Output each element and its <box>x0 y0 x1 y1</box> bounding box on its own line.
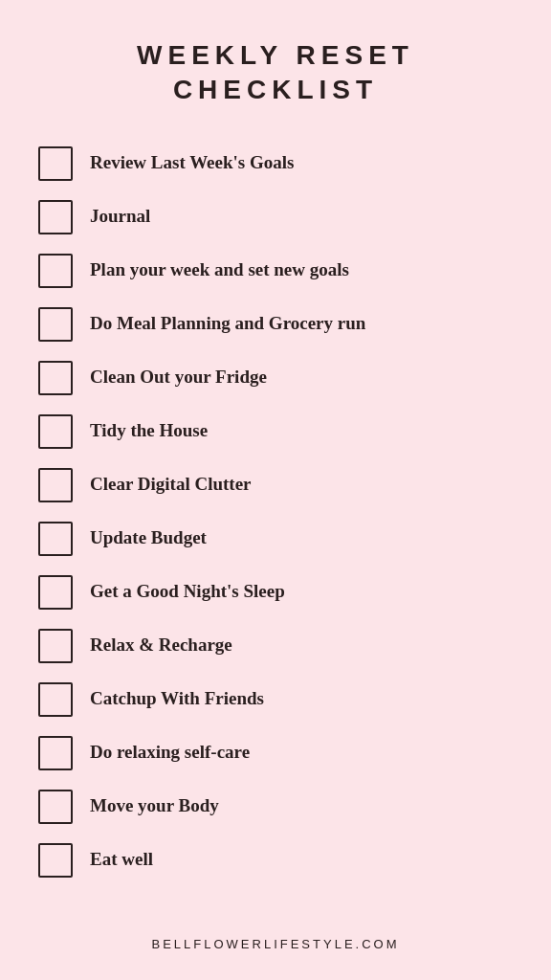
item-label-13: Move your Body <box>90 794 219 818</box>
checklist-item: Catchup With Friends <box>29 673 522 726</box>
checklist-item: Update Budget <box>29 512 522 566</box>
item-label-14: Eat well <box>90 848 153 872</box>
checkbox-12[interactable] <box>38 736 73 770</box>
checkbox-1[interactable] <box>38 146 73 181</box>
checklist-item: Clean Out your Fridge <box>29 351 522 405</box>
item-label-4: Do Meal Planning and Grocery run <box>90 312 365 336</box>
checklist-item: Relax & Recharge <box>29 619 522 673</box>
item-label-12: Do relaxing self-care <box>90 741 250 765</box>
checklist-item: Plan your week and set new goals <box>29 244 522 298</box>
checkbox-11[interactable] <box>38 682 73 717</box>
checkbox-10[interactable] <box>38 629 73 663</box>
item-label-9: Get a Good Night's Sleep <box>90 580 285 604</box>
checkbox-2[interactable] <box>38 200 73 234</box>
checklist-item: Do relaxing self-care <box>29 726 522 780</box>
item-label-10: Relax & Recharge <box>90 634 232 657</box>
checkbox-3[interactable] <box>38 254 73 288</box>
checklist: Review Last Week's GoalsJournalPlan your… <box>29 137 522 887</box>
checkbox-5[interactable] <box>38 361 73 395</box>
item-label-1: Review Last Week's Goals <box>90 151 294 175</box>
checklist-item: Tidy the House <box>29 405 522 458</box>
checkbox-8[interactable] <box>38 522 73 556</box>
item-label-8: Update Budget <box>90 526 207 550</box>
checkbox-6[interactable] <box>38 414 73 449</box>
checklist-item: Journal <box>29 190 522 244</box>
checklist-item: Move your Body <box>29 780 522 834</box>
item-label-5: Clean Out your Fridge <box>90 366 267 390</box>
checkbox-13[interactable] <box>38 790 73 824</box>
checklist-item: Clear Digital Clutter <box>29 458 522 512</box>
checkbox-14[interactable] <box>38 843 73 878</box>
footer-text: BELLFLOWERLIFESTYLE.COM <box>152 908 400 951</box>
checklist-item: Eat well <box>29 834 522 887</box>
checkbox-4[interactable] <box>38 307 73 342</box>
checklist-item: Review Last Week's Goals <box>29 137 522 190</box>
item-label-6: Tidy the House <box>90 419 208 443</box>
item-label-2: Journal <box>90 205 150 229</box>
checkbox-9[interactable] <box>38 575 73 610</box>
item-label-11: Catchup With Friends <box>90 687 264 711</box>
item-label-3: Plan your week and set new goals <box>90 258 349 282</box>
page-title: WEEKLY RESET CHECKLIST <box>137 38 414 108</box>
checkbox-7[interactable] <box>38 468 73 502</box>
checklist-item: Do Meal Planning and Grocery run <box>29 298 522 351</box>
item-label-7: Clear Digital Clutter <box>90 473 252 497</box>
checklist-item: Get a Good Night's Sleep <box>29 566 522 619</box>
